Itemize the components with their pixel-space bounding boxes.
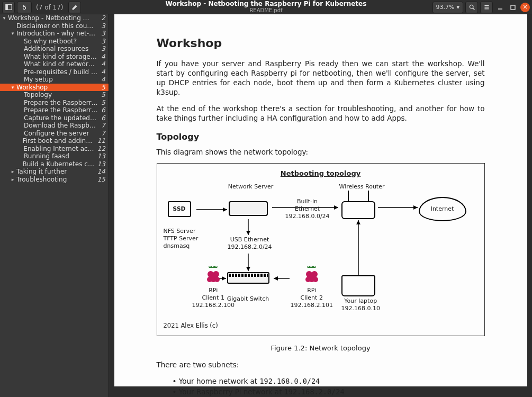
outline-item[interactable]: What kind of network filesyste…4 — [0, 60, 109, 68]
outline-label: Additional resources — [24, 45, 88, 52]
outline-page: 5 — [99, 91, 105, 98]
outline-label: Build a Kubernetes cluster with … — [22, 160, 95, 168]
outline-item[interactable]: Prepare the Raspberry Pi 3B+ fo…6 — [0, 106, 109, 114]
ssd-icon: SSD — [168, 201, 191, 217]
outline-label: Running faasd — [24, 152, 69, 160]
outline-item[interactable]: Build a Kubernetes cluster with …13 — [0, 160, 109, 168]
cloud-icon: Internet — [419, 197, 466, 221]
ip-address: 192.168.0.0/24 — [259, 377, 320, 385]
label-wireless-router: Wireless Router — [338, 183, 386, 191]
page-area[interactable]: Workshop If you have your server and Ras… — [109, 14, 532, 397]
zoom-dropdown[interactable]: 93.7% ▾ — [432, 2, 463, 13]
window-close-button[interactable]: ✕ — [520, 3, 530, 12]
page-count-label: (7 of 17) — [36, 4, 63, 11]
svg-point-17 — [207, 277, 212, 282]
outline-page: 3 — [99, 45, 105, 52]
outline-page: 11 — [95, 137, 105, 145]
label-rpi2: RPi Client 2 192.168.2.101 — [291, 287, 333, 309]
svg-point-22 — [305, 277, 311, 282]
outline-page: 4 — [99, 68, 105, 76]
outline-item[interactable]: ▾Introduction - why net-boot the RPi?3 — [0, 30, 109, 38]
paragraph: At the end of the workshop there's a sec… — [157, 104, 485, 123]
outline-label: Workshop - Netbooting the Raspber… — [8, 14, 92, 22]
outline-label: Troubleshooting — [16, 176, 67, 183]
outline-page: 13 — [95, 160, 105, 168]
outline-item[interactable]: Download the Raspberry Pi OS L…7 — [0, 122, 109, 130]
triangle-right-icon[interactable]: ▸ — [11, 169, 15, 174]
outline-label: Introduction - why net-boot the RPi? — [16, 30, 96, 37]
outline-label: Topology — [24, 91, 52, 98]
outline-label: Configure the server — [24, 130, 89, 137]
outline-page: 12 — [95, 145, 105, 152]
outline-item[interactable]: ▸Taking it further14 — [0, 168, 109, 176]
svg-rect-5 — [511, 5, 515, 10]
paragraph: This diagram shows the network topology: — [157, 147, 485, 157]
outline-item[interactable]: Disclaimer on this course3 — [0, 22, 109, 30]
label-rpi1: RPi Client 1 192.168.2.100 — [192, 287, 235, 309]
outline-label: My setup — [24, 76, 53, 83]
outline-item[interactable]: So why netboot?3 — [0, 38, 109, 46]
heading-topology: Topology — [157, 131, 485, 143]
label-tftp: TFTP Server — [164, 235, 211, 242]
outline-item[interactable]: Prepare the Raspberry Pi 4 for n…5 — [0, 99, 109, 107]
outline-item[interactable]: Capture the updated boot firm…6 — [0, 114, 109, 122]
outline-page: 14 — [95, 168, 105, 175]
outline-label: What kind of network filesyste… — [24, 60, 98, 68]
outline-page: 3 — [99, 30, 105, 37]
outline-label: Workshop — [16, 84, 48, 91]
outline-item[interactable]: My setup4 — [0, 76, 109, 84]
window-minimize-button[interactable] — [495, 2, 506, 13]
label-usb-eth: USB Ethernet 192.168.2.0/24 — [226, 236, 274, 251]
window-maximize-button[interactable] — [508, 2, 518, 13]
label-network-server: Network Server — [227, 183, 275, 191]
outline-item[interactable]: Additional resources3 — [0, 45, 109, 53]
outline-label: Download the Raspberry Pi OS L… — [24, 122, 98, 129]
svg-rect-1 — [5, 5, 7, 10]
outline-page: 4 — [99, 76, 105, 83]
list-item: Your Raspberry Pi network at 192.168.2.0… — [173, 387, 485, 396]
outline-page: 15 — [95, 176, 105, 183]
ip-address: 192.168.2.0/24 — [284, 387, 345, 396]
outline-page: 4 — [99, 53, 105, 60]
paragraph: There are two subnets: — [157, 360, 485, 369]
outline-sidebar[interactable]: ▾Workshop - Netbooting the Raspber…2Disc… — [0, 14, 109, 397]
outline-item[interactable]: Topology5 — [0, 91, 109, 99]
label-nfs: NFS Server — [164, 228, 211, 235]
label-dnsmasq: dnsmasq — [164, 242, 211, 250]
svg-point-23 — [313, 277, 318, 282]
figure-title: Netbooting topology — [164, 169, 478, 178]
hamburger-menu-button[interactable] — [480, 2, 493, 13]
page-number-input[interactable] — [17, 2, 32, 13]
outline-item[interactable]: Running faasd13 — [0, 152, 109, 160]
triangle-down-icon[interactable]: ▾ — [2, 15, 6, 21]
annotate-button[interactable] — [68, 2, 81, 13]
outline-page: 6 — [99, 114, 105, 122]
outline-page: 3 — [99, 38, 105, 45]
figure-copyright: 2021 Alex Ellis (c) — [164, 322, 478, 330]
laptop-icon — [341, 275, 375, 296]
figure-caption: Figure 1.2: Network topology — [157, 344, 485, 353]
outline-page: 3 — [99, 22, 105, 30]
outline-item[interactable]: ▾Workshop - Netbooting the Raspber…2 — [0, 14, 109, 22]
svg-line-3 — [473, 8, 474, 10]
sidebar-toggle-button[interactable] — [2, 2, 15, 13]
svg-point-2 — [470, 5, 473, 8]
outline-item[interactable]: ▸Troubleshooting15 — [0, 176, 109, 184]
triangle-right-icon[interactable]: ▸ — [11, 177, 15, 182]
server-icon — [229, 201, 268, 216]
outline-page: 2 — [99, 14, 105, 22]
outline-page: 5 — [99, 99, 105, 106]
outline-item[interactable]: ▾Workshop5 — [0, 84, 109, 92]
wireless-router-icon — [341, 201, 375, 219]
triangle-down-icon[interactable]: ▾ — [11, 31, 15, 36]
search-button[interactable] — [465, 2, 478, 13]
outline-item[interactable]: What kind of storage server do I…4 — [0, 53, 109, 61]
outline-item[interactable]: Pre-requisites / build of materials4 — [0, 68, 109, 76]
outline-item[interactable]: Configure the server7 — [0, 130, 109, 138]
list-text: Your home network at — [179, 377, 260, 385]
triangle-down-icon[interactable]: ▾ — [11, 85, 15, 90]
outline-item[interactable]: First boot and adding the other …11 — [0, 137, 109, 145]
outline-item[interactable]: Enabling Internet access12 — [0, 145, 109, 153]
svg-point-18 — [214, 277, 220, 282]
outline-label: Taking it further — [16, 168, 67, 175]
